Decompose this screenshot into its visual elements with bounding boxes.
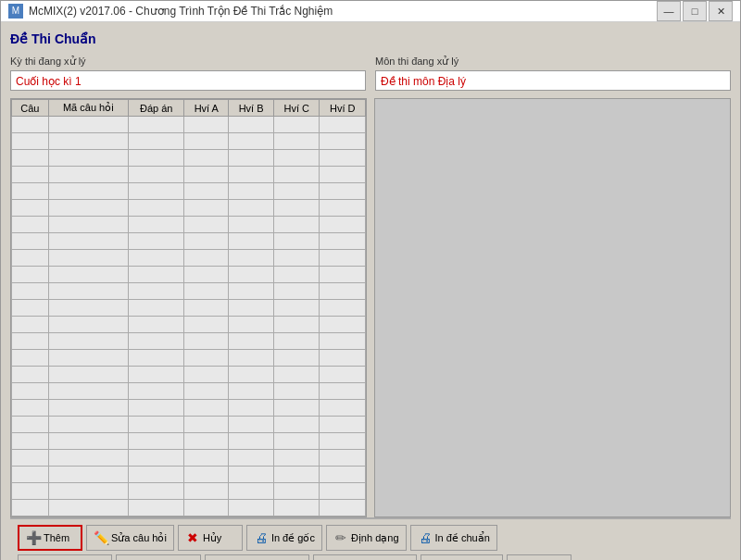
- table-cell: [48, 450, 128, 467]
- cham-thu-cong-button[interactable]: ✔Chấm thủ công: [313, 554, 416, 560]
- table-cell: [229, 200, 274, 217]
- tro-ve-button[interactable]: ↩Trở về: [507, 554, 571, 560]
- table-row: [12, 183, 366, 200]
- page-title: Đề Thi Chuẩn: [10, 31, 731, 46]
- table-cell: [129, 383, 184, 400]
- table-cell: [229, 333, 274, 350]
- table-cell: [12, 233, 49, 250]
- them-button[interactable]: ➕Thêm: [18, 525, 82, 551]
- table-cell: [12, 183, 49, 200]
- mon-thi-value: Đề thi môn Địa lý: [375, 70, 731, 91]
- table-row: [12, 250, 366, 267]
- table-cell: [320, 367, 366, 383]
- sua-so-nhom-button[interactable]: ✏️Sửa số nhóm: [18, 554, 112, 560]
- minimize-button[interactable]: —: [657, 1, 681, 21]
- table-cell: [320, 150, 366, 167]
- table-row: [12, 283, 366, 300]
- table-cell: [48, 383, 128, 400]
- close-button[interactable]: ✕: [709, 1, 733, 21]
- table-cell: [184, 217, 229, 233]
- table-cell: [48, 117, 128, 133]
- table-cell: [184, 500, 229, 516]
- table-cell: [320, 500, 366, 516]
- table-cell: [184, 367, 229, 383]
- de-hoan-vi-button[interactable]: ⇄Đề hoán vị: [421, 554, 503, 560]
- table-cell: [12, 333, 49, 350]
- table-cell: [320, 233, 366, 250]
- table-cell: [48, 417, 128, 433]
- table-cell: [12, 500, 49, 516]
- right-panel: [374, 98, 731, 517]
- table-row: [12, 350, 366, 367]
- in-de-chuan-button[interactable]: 🖨In đề chuẩn: [410, 525, 497, 551]
- table-cell: [184, 150, 229, 167]
- table-cell: [273, 167, 320, 183]
- data-table: Câu Mã câu hỏi Đáp án Hví A Hví B Hví C …: [11, 99, 366, 516]
- table-cell: [129, 167, 184, 183]
- table-cell: [184, 233, 229, 250]
- content-area: Đề Thi Chuẩn Kỳ thi đang xử lý Cuối học …: [1, 22, 740, 560]
- table-cell: [12, 167, 49, 183]
- mon-thi-label: Môn thi đang xử lý: [375, 56, 731, 68]
- table-cell: [48, 500, 128, 516]
- table-cell: [229, 467, 274, 483]
- table-cell: [48, 400, 128, 417]
- table-cell: [229, 450, 274, 467]
- in-da-goc-button[interactable]: 🖨In đề gốc: [246, 525, 322, 551]
- table-cell: [129, 350, 184, 367]
- table-cell: [12, 283, 49, 300]
- table-cell: [184, 167, 229, 183]
- top-fields: Kỳ thi đang xử lý Cuối học kì 1 Môn thi …: [10, 56, 731, 91]
- sua-cau-hoi-button[interactable]: ✏️Sửa câu hỏi: [86, 525, 174, 551]
- table-cell: [273, 317, 320, 333]
- table-cell: [129, 300, 184, 317]
- dinh-dang-icon: ✏: [333, 530, 348, 545]
- table-cell: [273, 383, 320, 400]
- table-row: [12, 483, 366, 500]
- table-cell: [320, 400, 366, 417]
- table-cell: [184, 467, 229, 483]
- table-row: [12, 367, 366, 383]
- table-cell: [129, 133, 184, 150]
- table-cell: [184, 433, 229, 450]
- table-cell: [229, 500, 274, 516]
- table-cell: [129, 150, 184, 167]
- title-bar-left: M McMIX(2) v2017.06 - Chương Trình Trộn …: [8, 4, 333, 19]
- window-title: McMIX(2) v2017.06 - Chương Trình Trộn Đề…: [29, 5, 333, 18]
- table-row: [12, 467, 366, 483]
- table-cell: [320, 383, 366, 400]
- title-bar: M McMIX(2) v2017.06 - Chương Trình Trộn …: [1, 1, 740, 22]
- in-phieu-lam-bai-button[interactable]: 🖨In phiếu làm bài: [205, 554, 310, 560]
- maximize-button[interactable]: □: [683, 1, 707, 21]
- table-cell: [273, 417, 320, 433]
- toolbar-row-1: ➕Thêm✏️Sửa câu hỏi✖Hủy🖨In đề gốc✏Định dạ…: [18, 525, 723, 551]
- table-row: [12, 317, 366, 333]
- table-cell: [129, 500, 184, 516]
- table-cell: [273, 283, 320, 300]
- table-cell: [273, 183, 320, 200]
- left-panel: Câu Mã câu hỏi Đáp án Hví A Hví B Hví C …: [10, 98, 367, 517]
- table-cell: [184, 400, 229, 417]
- table-cell: [184, 450, 229, 467]
- table-cell: [184, 483, 229, 500]
- table-cell: [184, 333, 229, 350]
- table-cell: [229, 250, 274, 267]
- col-ma-cau-hoi: Mã câu hỏi: [48, 100, 128, 117]
- table-cell: [229, 383, 274, 400]
- table-row: [12, 433, 366, 450]
- table-cell: [320, 117, 366, 133]
- main-panels: Câu Mã câu hỏi Đáp án Hví A Hví B Hví C …: [10, 98, 731, 517]
- table-cell: [320, 317, 366, 333]
- table-cell: [48, 483, 128, 500]
- table-cell: [320, 350, 366, 367]
- table-row: [12, 233, 366, 250]
- dinh-dang-button[interactable]: ✏Định dạng: [326, 525, 407, 551]
- table-cell: [48, 133, 128, 150]
- sua-dap-an-button[interactable]: ✏Sửa đáp án: [116, 554, 201, 560]
- table-cell: [229, 167, 274, 183]
- huy-button[interactable]: ✖Hủy: [178, 525, 243, 551]
- table-header: Câu Mã câu hỏi Đáp án Hví A Hví B Hví C …: [12, 100, 366, 117]
- table-cell: [273, 433, 320, 450]
- table-cell: [229, 400, 274, 417]
- table-cell: [12, 400, 49, 417]
